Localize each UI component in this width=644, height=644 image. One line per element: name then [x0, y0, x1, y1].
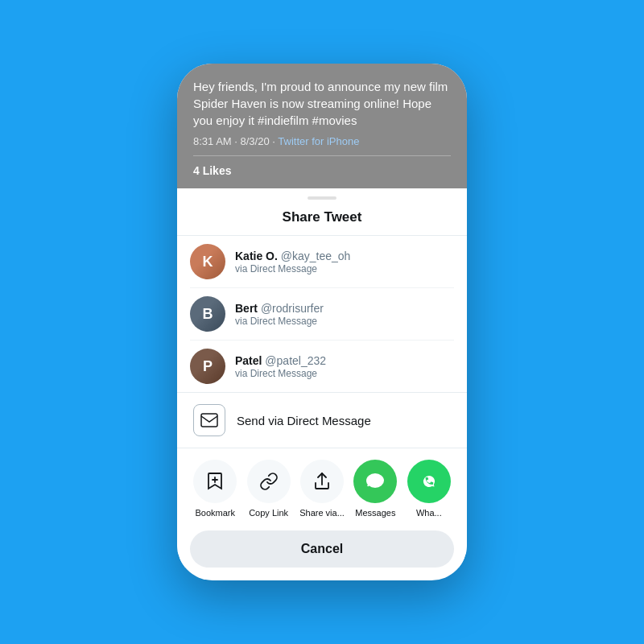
- avatar-bert: B: [190, 296, 225, 332]
- action-share-via[interactable]: Share via...: [297, 460, 347, 518]
- send-dm-label: Send via Direct Message: [237, 414, 371, 427]
- share-sheet: Share Tweet K Katie O. @kay_tee_oh via D…: [177, 196, 467, 568]
- contact-sub-bert: via Direct Message: [235, 316, 324, 327]
- contact-info-bert: Bert @rodrisurfer via Direct Message: [235, 302, 324, 327]
- cancel-button[interactable]: Cancel: [190, 530, 454, 568]
- envelope-icon: [193, 404, 225, 436]
- tweet-likes: 4 Likes: [193, 155, 451, 177]
- contact-info-patel: Patel @patel_232 via Direct Message: [235, 354, 326, 379]
- bookmark-icon-circle: [193, 460, 237, 503]
- contact-sub-patel: via Direct Message: [235, 368, 326, 379]
- contact-katie[interactable]: K Katie O. @kay_tee_oh via Direct Messag…: [190, 236, 454, 288]
- action-messages[interactable]: Messages: [350, 460, 400, 518]
- contact-info-katie: Katie O. @kay_tee_oh via Direct Message: [235, 250, 350, 275]
- tweet-meta: 8:31 AM · 8/3/20 · Twitter for iPhone: [193, 135, 451, 147]
- messages-icon-circle: [353, 460, 397, 503]
- drag-handle: [308, 196, 336, 200]
- action-whatsapp[interactable]: Wha...: [404, 460, 454, 518]
- messages-label: Messages: [350, 508, 400, 518]
- contact-name-bert: Bert @rodrisurfer: [235, 302, 324, 315]
- svg-rect-0: [201, 414, 217, 427]
- share-via-label: Share via...: [297, 508, 347, 518]
- whatsapp-icon-circle: [407, 460, 451, 503]
- avatar-katie: K: [190, 244, 225, 279]
- contact-bert[interactable]: B Bert @rodrisurfer via Direct Message: [190, 288, 454, 341]
- action-bookmark[interactable]: Bookmark: [190, 460, 240, 518]
- copy-link-label: Copy Link: [243, 508, 293, 518]
- phone-frame: Hey friends, I'm proud to announce my ne…: [177, 64, 467, 580]
- tweet-area: Hey friends, I'm proud to announce my ne…: [177, 64, 467, 188]
- contact-name-katie: Katie O. @kay_tee_oh: [235, 250, 350, 262]
- contact-patel[interactable]: P Patel @patel_232 via Direct Message: [190, 341, 454, 392]
- sheet-title: Share Tweet: [177, 204, 467, 236]
- contact-name-patel: Patel @patel_232: [235, 354, 326, 367]
- share-via-icon-circle: [300, 460, 344, 503]
- contact-sub-katie: via Direct Message: [235, 263, 350, 275]
- whatsapp-label: Wha...: [404, 508, 454, 518]
- bookmark-label: Bookmark: [190, 508, 240, 518]
- contact-list: K Katie O. @kay_tee_oh via Direct Messag…: [177, 236, 467, 392]
- tweet-text: Hey friends, I'm proud to announce my ne…: [193, 78, 451, 129]
- action-copy-link[interactable]: Copy Link: [243, 460, 293, 518]
- send-dm-row[interactable]: Send via Direct Message: [177, 392, 467, 448]
- copy-link-icon-circle: [247, 460, 291, 503]
- tweet-time: 8:31 AM · 8/3/20 ·: [193, 135, 275, 147]
- actions-row: Bookmark Copy Link: [177, 448, 467, 524]
- tweet-source[interactable]: Twitter for iPhone: [278, 135, 359, 147]
- avatar-patel: P: [190, 349, 225, 384]
